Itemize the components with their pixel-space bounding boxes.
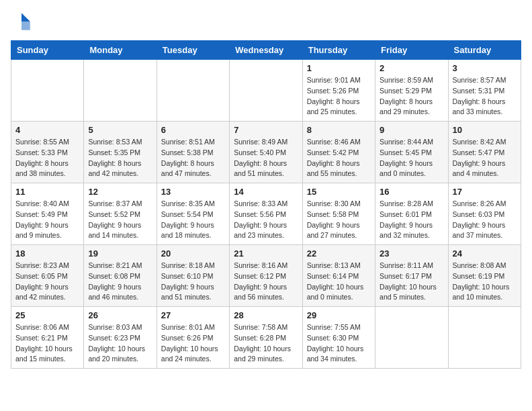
day-info: Sunrise: 8:23 AMSunset: 6:05 PMDaylight:… (15, 261, 79, 303)
day-info: Sunrise: 8:35 AMSunset: 5:54 PMDaylight:… (161, 199, 225, 241)
logo-icon (11, 11, 32, 32)
day-number: 1 (307, 63, 371, 73)
weekday-header-friday: Friday (375, 41, 448, 60)
calendar-cell (11, 60, 84, 122)
weekday-header-saturday: Saturday (448, 41, 521, 60)
week-row-4: 18Sunrise: 8:23 AMSunset: 6:05 PMDayligh… (11, 245, 521, 307)
calendar-cell (230, 60, 302, 122)
calendar-cell: 27Sunrise: 8:01 AMSunset: 6:26 PMDayligh… (157, 307, 229, 369)
day-number: 11 (15, 187, 79, 197)
calendar-cell: 26Sunrise: 8:03 AMSunset: 6:23 PMDayligh… (84, 307, 157, 369)
day-info: Sunrise: 8:18 AMSunset: 6:10 PMDaylight:… (161, 261, 225, 303)
calendar-cell: 13Sunrise: 8:35 AMSunset: 5:54 PMDayligh… (157, 183, 229, 245)
day-number: 28 (234, 310, 298, 320)
day-info: Sunrise: 8:51 AMSunset: 5:38 PMDaylight:… (161, 137, 225, 179)
day-number: 12 (88, 187, 152, 197)
day-info: Sunrise: 8:33 AMSunset: 5:56 PMDaylight:… (234, 199, 298, 241)
day-number: 24 (453, 248, 517, 259)
calendar-cell: 23Sunrise: 8:11 AMSunset: 6:17 PMDayligh… (375, 245, 448, 307)
day-info: Sunrise: 8:37 AMSunset: 5:52 PMDaylight:… (88, 199, 152, 241)
weekday-header-tuesday: Tuesday (157, 41, 229, 60)
day-info: Sunrise: 8:26 AMSunset: 6:03 PMDaylight:… (453, 199, 517, 241)
day-number: 26 (88, 310, 152, 320)
day-number: 5 (88, 125, 152, 135)
day-info: Sunrise: 8:16 AMSunset: 6:12 PMDaylight:… (234, 261, 298, 303)
day-number: 23 (380, 248, 443, 259)
calendar-cell: 29Sunrise: 7:55 AMSunset: 6:30 PMDayligh… (302, 307, 375, 369)
calendar-cell: 8Sunrise: 8:46 AMSunset: 5:42 PMDaylight… (302, 122, 375, 183)
calendar-cell: 28Sunrise: 7:58 AMSunset: 6:28 PMDayligh… (230, 307, 302, 369)
week-row-5: 25Sunrise: 8:06 AMSunset: 6:21 PMDayligh… (11, 307, 521, 369)
day-info: Sunrise: 8:59 AMSunset: 5:29 PMDaylight:… (380, 75, 443, 118)
day-number: 22 (307, 248, 371, 259)
calendar-cell: 5Sunrise: 8:53 AMSunset: 5:35 PMDaylight… (84, 122, 157, 183)
day-info: Sunrise: 8:46 AMSunset: 5:42 PMDaylight:… (307, 137, 371, 179)
day-info: Sunrise: 8:53 AMSunset: 5:35 PMDaylight:… (88, 137, 152, 179)
weekday-header-thursday: Thursday (302, 41, 375, 60)
calendar-cell: 7Sunrise: 8:49 AMSunset: 5:40 PMDaylight… (230, 122, 302, 183)
calendar-cell (375, 307, 448, 369)
calendar-cell: 2Sunrise: 8:59 AMSunset: 5:29 PMDaylight… (375, 60, 448, 122)
day-number: 10 (453, 125, 517, 135)
day-number: 7 (234, 125, 298, 135)
day-number: 21 (234, 248, 298, 259)
day-number: 4 (15, 125, 79, 135)
day-info: Sunrise: 8:49 AMSunset: 5:40 PMDaylight:… (234, 137, 298, 179)
day-number: 9 (380, 125, 443, 135)
calendar-cell: 17Sunrise: 8:26 AMSunset: 6:03 PMDayligh… (448, 183, 521, 245)
day-number: 25 (15, 310, 79, 320)
calendar-cell: 25Sunrise: 8:06 AMSunset: 6:21 PMDayligh… (11, 307, 84, 369)
day-number: 18 (15, 248, 79, 259)
calendar: SundayMondayTuesdayWednesdayThursdayFrid… (11, 40, 521, 369)
day-info: Sunrise: 9:01 AMSunset: 5:26 PMDaylight:… (307, 75, 371, 118)
calendar-cell: 1Sunrise: 9:01 AMSunset: 5:26 PMDaylight… (302, 60, 375, 122)
day-info: Sunrise: 8:44 AMSunset: 5:45 PMDaylight:… (380, 137, 443, 179)
calendar-cell: 4Sunrise: 8:55 AMSunset: 5:33 PMDaylight… (11, 122, 84, 183)
day-info: Sunrise: 8:30 AMSunset: 5:58 PMDaylight:… (307, 199, 371, 241)
day-number: 2 (380, 63, 443, 73)
weekday-header-row: SundayMondayTuesdayWednesdayThursdayFrid… (11, 41, 521, 60)
week-row-1: 1Sunrise: 9:01 AMSunset: 5:26 PMDaylight… (11, 60, 521, 122)
calendar-cell: 3Sunrise: 8:57 AMSunset: 5:31 PMDaylight… (448, 60, 521, 122)
day-info: Sunrise: 7:58 AMSunset: 6:28 PMDaylight:… (234, 322, 298, 365)
calendar-cell (84, 60, 157, 122)
calendar-cell: 18Sunrise: 8:23 AMSunset: 6:05 PMDayligh… (11, 245, 84, 307)
day-info: Sunrise: 8:06 AMSunset: 6:21 PMDaylight:… (15, 322, 79, 365)
calendar-cell: 6Sunrise: 8:51 AMSunset: 5:38 PMDaylight… (157, 122, 229, 183)
day-info: Sunrise: 8:03 AMSunset: 6:23 PMDaylight:… (88, 322, 152, 365)
svg-marker-1 (21, 21, 30, 30)
calendar-cell: 16Sunrise: 8:28 AMSunset: 6:01 PMDayligh… (375, 183, 448, 245)
day-info: Sunrise: 8:40 AMSunset: 5:49 PMDaylight:… (15, 199, 79, 241)
calendar-cell (448, 307, 521, 369)
weekday-header-sunday: Sunday (11, 41, 84, 60)
day-number: 15 (307, 187, 371, 197)
calendar-cell: 19Sunrise: 8:21 AMSunset: 6:08 PMDayligh… (84, 245, 157, 307)
day-info: Sunrise: 8:57 AMSunset: 5:31 PMDaylight:… (453, 75, 517, 118)
day-info: Sunrise: 8:42 AMSunset: 5:47 PMDaylight:… (453, 137, 517, 179)
day-info: Sunrise: 8:55 AMSunset: 5:33 PMDaylight:… (15, 137, 79, 179)
day-number: 3 (453, 63, 517, 73)
day-info: Sunrise: 8:13 AMSunset: 6:14 PMDaylight:… (307, 261, 371, 303)
day-number: 14 (234, 187, 298, 197)
day-info: Sunrise: 8:01 AMSunset: 6:26 PMDaylight:… (161, 322, 225, 365)
calendar-cell: 15Sunrise: 8:30 AMSunset: 5:58 PMDayligh… (302, 183, 375, 245)
day-number: 16 (380, 187, 443, 197)
calendar-cell (157, 60, 229, 122)
calendar-cell: 12Sunrise: 8:37 AMSunset: 5:52 PMDayligh… (84, 183, 157, 245)
day-number: 27 (161, 310, 225, 320)
weekday-header-monday: Monday (84, 41, 157, 60)
week-row-2: 4Sunrise: 8:55 AMSunset: 5:33 PMDaylight… (11, 122, 521, 183)
day-number: 6 (161, 125, 225, 135)
svg-marker-0 (21, 13, 30, 21)
calendar-cell: 14Sunrise: 8:33 AMSunset: 5:56 PMDayligh… (230, 183, 302, 245)
day-number: 19 (88, 248, 152, 259)
day-number: 17 (453, 187, 517, 197)
day-info: Sunrise: 8:28 AMSunset: 6:01 PMDaylight:… (380, 199, 443, 241)
day-number: 29 (307, 310, 371, 320)
calendar-cell: 22Sunrise: 8:13 AMSunset: 6:14 PMDayligh… (302, 245, 375, 307)
logo (11, 11, 35, 32)
calendar-cell: 21Sunrise: 8:16 AMSunset: 6:12 PMDayligh… (230, 245, 302, 307)
calendar-cell: 11Sunrise: 8:40 AMSunset: 5:49 PMDayligh… (11, 183, 84, 245)
day-info: Sunrise: 8:08 AMSunset: 6:19 PMDaylight:… (453, 261, 517, 303)
day-info: Sunrise: 7:55 AMSunset: 6:30 PMDaylight:… (307, 322, 371, 365)
